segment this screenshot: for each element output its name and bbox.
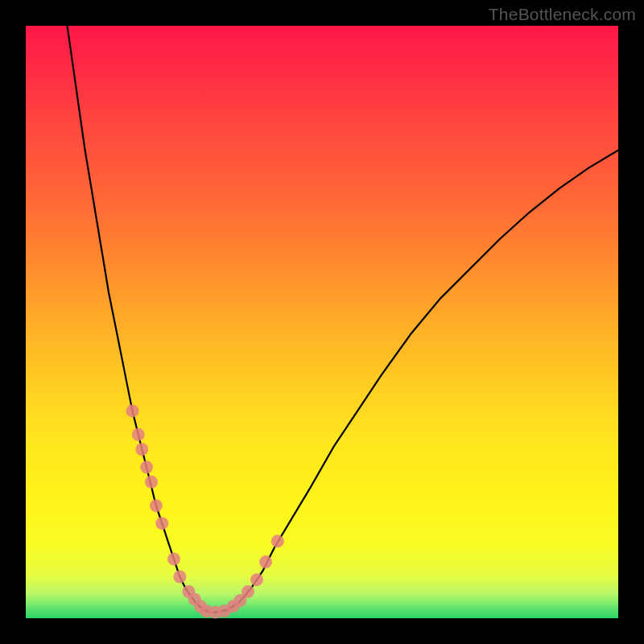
chart-frame: TheBottleneck.com (0, 0, 644, 644)
watermark-text: TheBottleneck.com (489, 5, 636, 24)
plot-area (26, 26, 618, 618)
curve-marker (242, 585, 254, 598)
curve-svg (26, 26, 618, 618)
curve-markers (126, 404, 284, 618)
curve-marker (140, 460, 153, 473)
curve-marker (135, 443, 148, 456)
curve-marker (259, 555, 272, 568)
curve-marker (250, 573, 263, 586)
curve-marker (132, 428, 145, 441)
curve-marker (155, 517, 168, 530)
curve-marker (126, 404, 139, 417)
curve-marker (167, 552, 180, 565)
curve-marker (145, 476, 158, 489)
curve-marker (271, 535, 284, 547)
bottleneck-curve (68, 26, 619, 613)
curve-marker (173, 571, 186, 584)
curve-marker (150, 499, 163, 512)
